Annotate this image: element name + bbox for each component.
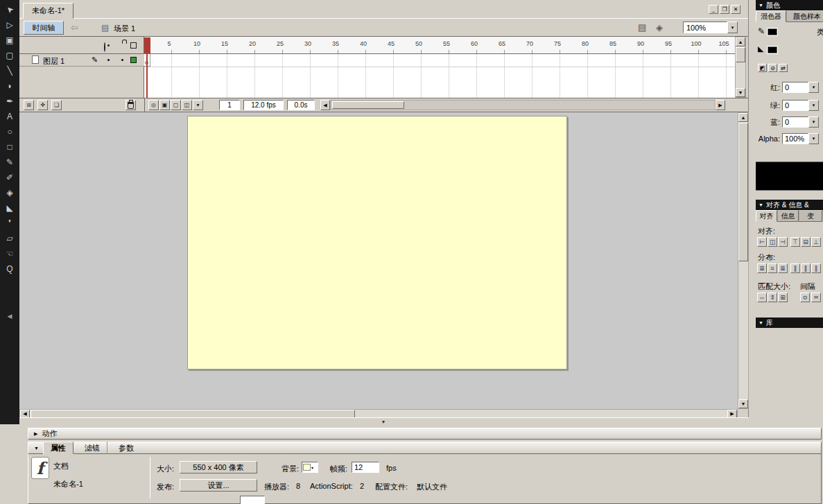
ruler-frame-20[interactable]: 20 — [244, 40, 261, 47]
ruler-frame-45[interactable]: 45 — [383, 40, 399, 47]
center-frame-button[interactable]: ◎ — [148, 100, 159, 110]
layer-outline-color-swatch[interactable] — [130, 57, 137, 63]
edit-scene-icon[interactable]: ▤ — [638, 22, 646, 33]
insert-layer-button[interactable]: ⊞ — [24, 100, 34, 110]
timeline-hscroll-track[interactable] — [330, 100, 716, 110]
playhead[interactable] — [144, 37, 150, 53]
blue-input[interactable]: 0 — [782, 116, 808, 128]
onion-skin-button[interactable]: ▣ — [159, 100, 170, 110]
distribute-top-button[interactable]: ≣ — [757, 263, 767, 273]
stage-scroll-up-button[interactable]: ▲ — [738, 113, 748, 122]
pen-tool[interactable]: ✒ — [1, 94, 18, 108]
tab-color-mixer[interactable]: 混色器 — [756, 10, 786, 22]
timeline-hscroll-thumb[interactable] — [332, 101, 404, 109]
ruler-frame-105[interactable]: 105 — [716, 40, 732, 47]
ruler-frame-40[interactable]: 40 — [355, 40, 372, 47]
panel-splitter[interactable]: ▼ — [19, 417, 749, 424]
ruler-frame-100[interactable]: 100 — [688, 40, 704, 47]
lasso-tool[interactable]: ◗ — [1, 79, 18, 93]
library-panel-header[interactable]: ▼ 库 — [756, 318, 823, 328]
color-panel-header[interactable]: ▼ 颜色 — [756, 0, 823, 10]
ruler-frame-30[interactable]: 30 — [300, 40, 316, 47]
ruler-frame-15[interactable]: 15 — [216, 40, 233, 47]
toolbar-collapse-arrow-icon[interactable]: ◀ — [0, 311, 19, 322]
ruler-frame-25[interactable]: 25 — [272, 40, 288, 47]
zoom-level-input[interactable]: 100% — [683, 21, 727, 33]
space-even-h-button[interactable]: ≍ — [811, 293, 821, 302]
distribute-center-h-button[interactable]: ∥ — [801, 263, 811, 273]
frame-rate-indicator[interactable]: 12.0 fps — [243, 100, 284, 110]
timeline-ruler[interactable]: 5 10 15 20 25 30 35 40 45 50 55 60 65 70… — [144, 37, 735, 54]
stage-vscroll-thumb[interactable] — [738, 123, 748, 261]
oval-tool[interactable]: ○ — [1, 125, 18, 139]
align-right-button[interactable]: ⊣ — [778, 237, 788, 247]
match-height-button[interactable]: ⇕ — [768, 293, 777, 302]
ruler-frame-35[interactable]: 35 — [327, 40, 344, 47]
space-even-v-button[interactable]: ≎ — [800, 293, 810, 302]
match-both-button[interactable]: ⊞ — [778, 293, 788, 302]
ruler-frame-80[interactable]: 80 — [577, 40, 594, 47]
stage-canvas[interactable] — [187, 116, 567, 370]
layer-row[interactable]: 图层 1 ✎ • • — [19, 54, 144, 67]
eyedropper-tool[interactable]: ❜ — [1, 216, 18, 230]
tab-transform[interactable]: 变 — [799, 210, 822, 222]
paint-bucket-tool[interactable]: ◣ — [1, 201, 18, 215]
onion-skin-outlines-button[interactable]: ▢ — [171, 100, 181, 110]
tab-align[interactable]: 对齐 — [756, 210, 777, 222]
ruler-frame-95[interactable]: 95 — [660, 40, 677, 47]
swap-colors-button[interactable]: ⇄ — [779, 64, 788, 72]
actions-panel-header[interactable]: ▶ 动作 — [28, 428, 822, 440]
layer-lock-dot[interactable]: • — [118, 55, 127, 64]
stage-vertical-scrollbar[interactable]: ▲ ▼ — [738, 112, 749, 409]
profile-value[interactable]: 默认文件 — [417, 482, 447, 492]
ruler-frame-65[interactable]: 65 — [494, 40, 510, 47]
align-bottom-button[interactable]: ⊥ — [811, 237, 821, 247]
zoom-dropdown-button[interactable]: ▾ — [727, 21, 738, 33]
ruler-frame-75[interactable]: 75 — [549, 40, 566, 47]
tab-color-swatches[interactable]: 颜色样本 — [786, 10, 823, 22]
distribute-center-v-button[interactable]: ≡ — [768, 263, 777, 273]
ruler-frame-90[interactable]: 90 — [632, 40, 649, 47]
stage-scroll-down-button[interactable]: ▼ — [738, 399, 748, 408]
selection-tool[interactable]: ➤ — [1, 3, 18, 17]
timeline-scroll-left-button[interactable]: ◀ — [320, 100, 330, 110]
tab-filters[interactable]: 滤镜 — [78, 442, 107, 454]
minimize-button[interactable]: _ — [709, 5, 718, 14]
ruler-frame-50[interactable]: 50 — [410, 40, 427, 47]
timeline-scroll-up-button[interactable]: ▲ — [736, 37, 745, 46]
modify-onion-markers-button[interactable]: ▾ — [193, 100, 203, 110]
pencil-tool[interactable]: ✎ — [1, 155, 18, 169]
hand-tool[interactable]: ☜ — [1, 247, 18, 261]
gradient-transform-tool[interactable]: ▢ — [1, 49, 18, 62]
edit-symbol-icon[interactable]: ◈ — [656, 22, 663, 33]
blue-slider-button[interactable]: ▾ — [808, 116, 819, 128]
timeline-toggle-button[interactable]: 时间轴 — [24, 21, 64, 35]
maximize-button[interactable]: ❐ — [720, 5, 729, 14]
rectangle-tool[interactable]: □ — [1, 140, 18, 154]
publish-settings-button[interactable]: 设置... — [180, 479, 257, 492]
insert-layer-folder-button[interactable]: ❏ — [51, 100, 62, 110]
tab-info[interactable]: 信息 — [777, 210, 799, 222]
line-tool[interactable]: ╲ — [1, 64, 18, 78]
distribute-bottom-button[interactable]: ≣ — [778, 263, 788, 273]
red-input[interactable]: 0 — [782, 82, 808, 93]
close-button[interactable]: ✕ — [731, 5, 740, 14]
timeline-scroll-right-button[interactable]: ▶ — [716, 100, 725, 110]
outline-all-layers-icon[interactable] — [130, 42, 137, 49]
no-color-button[interactable]: ⊘ — [768, 64, 777, 72]
delete-layer-button[interactable] — [125, 100, 136, 110]
stroke-color-swatch[interactable] — [768, 28, 777, 35]
layer-name[interactable]: 图层 1 — [43, 56, 64, 67]
scene-name[interactable]: 场景 1 — [114, 24, 135, 34]
distribute-right-button[interactable]: ∥ — [811, 263, 821, 273]
timeline-scroll-down-button[interactable]: ▼ — [736, 88, 745, 97]
current-frame-indicator[interactable]: 1 — [219, 100, 240, 110]
framerate-input[interactable]: 12 — [352, 462, 379, 473]
ruler-frame-5[interactable]: 5 — [161, 40, 177, 47]
align-left-button[interactable]: ⊢ — [757, 237, 767, 247]
default-colors-button[interactable]: ◩ — [758, 64, 767, 72]
layer-visibility-dot[interactable]: • — [104, 55, 113, 64]
ruler-frame-85[interactable]: 85 — [605, 40, 621, 47]
timeline-vertical-scrollbar[interactable]: ▲ ▼ — [735, 37, 746, 98]
red-slider-button[interactable]: ▾ — [808, 82, 819, 93]
